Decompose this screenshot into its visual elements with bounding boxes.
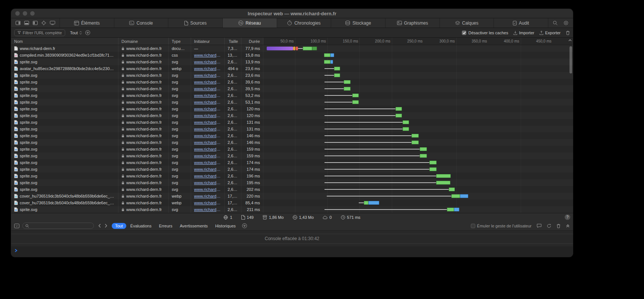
- network-row[interactable]: sprite.svgwww.richard-dern.frsvgwww.rich…: [11, 179, 573, 186]
- scrollbar-thumb[interactable]: [570, 46, 572, 73]
- tab-timelines[interactable]: Chronologies: [277, 18, 331, 28]
- network-row[interactable]: sprite.svgwww.richard-dern.frsvgwww.rich…: [11, 159, 573, 166]
- initiator-link[interactable]: www.richard-d…: [194, 60, 221, 64]
- tab-elements[interactable]: Éléments: [60, 18, 114, 28]
- network-row[interactable]: sprite.svgwww.richard-dern.frsvgwww.rich…: [11, 112, 573, 119]
- initiator-link[interactable]: www.richard-d…: [194, 187, 221, 192]
- dock-bottom-button[interactable]: [24, 21, 29, 25]
- url-filter-input[interactable]: Filtrer l'URL complète: [14, 29, 65, 36]
- network-row[interactable]: sprite.svgwww.richard-dern.frsvgwww.rich…: [11, 99, 573, 106]
- tab-network[interactable]: Réseau: [223, 18, 277, 28]
- console-filter-avertissements[interactable]: Avertissements: [177, 223, 211, 229]
- import-button[interactable]: Importer: [513, 31, 534, 35]
- device-button[interactable]: [50, 21, 55, 25]
- console-prompt-input[interactable]: [11, 246, 573, 257]
- initiator-link[interactable]: www.richard-d…: [194, 80, 221, 84]
- tab-storage[interactable]: Stockage: [331, 18, 386, 28]
- network-row[interactable]: sprite.svgwww.richard-dern.frsvgwww.rich…: [11, 139, 573, 146]
- network-row[interactable]: cover_hu736519dc3b5040cfa48b6b559b6de6ec…: [11, 193, 573, 199]
- element-picker-button[interactable]: [41, 21, 46, 25]
- clear-network-button[interactable]: [566, 31, 570, 35]
- column-header-nom[interactable]: Nom: [11, 38, 118, 45]
- initiator-link[interactable]: www.richard-d…: [194, 174, 221, 178]
- console-scope-button[interactable]: [14, 224, 19, 228]
- initiator-link[interactable]: www.richard-d…: [194, 120, 221, 125]
- zoom-button[interactable]: [30, 11, 35, 16]
- next-result-button[interactable]: [105, 224, 107, 228]
- column-header-taille[interactable]: Taille: [225, 38, 241, 45]
- network-row[interactable]: sprite.svgwww.richard-dern.frsvgwww.rich…: [11, 186, 573, 193]
- network-row[interactable]: www.richard-dern.frwww.richard-dern.frdo…: [11, 45, 573, 52]
- console-reload-button[interactable]: [547, 224, 551, 228]
- network-row[interactable]: sprite.svgwww.richard-dern.frsvgwww.rich…: [11, 126, 573, 132]
- close-button[interactable]: [15, 11, 20, 16]
- initiator-link[interactable]: www.richard-d…: [194, 133, 221, 138]
- network-row[interactable]: sprite.svgwww.richard-dern.frsvgwww.rich…: [11, 85, 573, 92]
- console-filter-erreurs[interactable]: Erreurs: [156, 223, 176, 229]
- network-row[interactable]: sprite.svgwww.richard-dern.frsvgwww.rich…: [11, 79, 573, 85]
- tab-sources[interactable]: Sources: [168, 18, 223, 28]
- filter-options-button[interactable]: [85, 30, 90, 35]
- network-row[interactable]: sprite.svgwww.richard-dern.frsvgwww.rich…: [11, 152, 573, 159]
- network-row[interactable]: cover_hu736519dc3b5040cfa48b6b559b6de6ec…: [11, 199, 573, 206]
- initiator-link[interactable]: www.richard-d…: [194, 86, 221, 91]
- initiator-link[interactable]: www.richard-d…: [194, 73, 221, 78]
- network-row[interactable]: sprite.svgwww.richard-dern.frsvgwww.rich…: [11, 132, 573, 139]
- initiator-link[interactable]: www.richard-d…: [194, 107, 221, 111]
- initiator-link[interactable]: www.richard-d…: [194, 66, 221, 71]
- network-row[interactable]: sprite.svgwww.richard-dern.frsvgwww.rich…: [11, 59, 573, 65]
- emulate-gesture-checkbox[interactable]: Émuler le geste de l'utilisateur: [471, 224, 532, 228]
- console-filter-options-button[interactable]: [242, 223, 247, 228]
- network-row[interactable]: sprite.svgwww.richard-dern.frsvgwww.rich…: [11, 166, 573, 173]
- disable-caches-checkbox[interactable]: Désactiver les caches: [462, 31, 508, 35]
- network-row[interactable]: sprite.svgwww.richard-dern.frsvgwww.rich…: [11, 92, 573, 99]
- initiator-link[interactable]: www.richard-d…: [194, 140, 221, 145]
- initiator-link[interactable]: www.richard-d…: [194, 154, 221, 158]
- console-filter-tout[interactable]: Tout: [112, 223, 126, 229]
- scroll-up-arrow[interactable]: [568, 39, 572, 41]
- column-header-domaine[interactable]: Domaine: [118, 38, 169, 45]
- initiator-link[interactable]: www.richard-d…: [194, 93, 221, 98]
- dock-left-button[interactable]: [33, 21, 38, 25]
- console-search-input[interactable]: [22, 223, 94, 229]
- initiator-link[interactable]: www.richard-d…: [194, 207, 221, 212]
- initiator-link[interactable]: www.richard-d…: [194, 201, 221, 205]
- initiator-link[interactable]: www.richard-d…: [194, 100, 221, 104]
- console-filter-historiques[interactable]: Historiques: [212, 223, 239, 229]
- initiator-link[interactable]: www.richard-d…: [194, 194, 221, 198]
- network-row[interactable]: sprite.svgwww.richard-dern.frsvgwww.rich…: [11, 72, 573, 79]
- network-row[interactable]: avatar_hu85ecc3e298728880b0bde2dcc4e5c23…: [11, 65, 573, 72]
- help-button[interactable]: ?: [565, 214, 570, 220]
- network-row[interactable]: sprite.svgwww.richard-dern.frsvgwww.rich…: [11, 173, 573, 179]
- initiator-link[interactable]: www.richard-d…: [194, 147, 221, 151]
- console-transcript-button[interactable]: [537, 224, 542, 228]
- initiator-link[interactable]: www.richard-d…: [194, 113, 221, 118]
- search-button[interactable]: [553, 21, 558, 25]
- network-row[interactable]: sprite.svgwww.richard-dern.frsvgwww.rich…: [11, 106, 573, 112]
- initiator-link[interactable]: www.richard-d…: [194, 180, 221, 185]
- settings-button[interactable]: [564, 21, 568, 25]
- tab-graphics[interactable]: Graphismes: [386, 18, 440, 28]
- initiator-link[interactable]: www.richard-d…: [194, 160, 221, 165]
- column-header-type[interactable]: Type: [169, 38, 191, 45]
- tab-audit[interactable]: Audit: [494, 18, 548, 28]
- initiator-link[interactable]: www.richard-d…: [194, 127, 221, 131]
- initiator-link[interactable]: www.richard-d…: [194, 167, 221, 171]
- column-header-initiateur[interactable]: Initiateur: [191, 38, 225, 45]
- network-row[interactable]: compiled.min.38390909f303624ed9e1cf1bd3f…: [11, 52, 573, 59]
- network-row[interactable]: sprite.svgwww.richard-dern.frsvgwww.rich…: [11, 146, 573, 152]
- export-button[interactable]: Exporter: [539, 31, 561, 35]
- network-row[interactable]: sprite.svgwww.richard-dern.frsvgwww.rich…: [11, 119, 573, 126]
- console-clear-button[interactable]: [556, 224, 561, 228]
- type-filter-dropdown[interactable]: Tout: [70, 31, 82, 35]
- network-row[interactable]: sprite.svgwww.richard-dern.frsvgwww.rich…: [11, 206, 573, 213]
- tab-layers[interactable]: Calques: [440, 18, 494, 28]
- initiator-link[interactable]: www.richard-d…: [194, 53, 221, 57]
- console-filter--valuations[interactable]: Évaluations: [127, 223, 155, 229]
- previous-result-button[interactable]: [98, 224, 101, 228]
- dock-right-button[interactable]: [16, 21, 20, 25]
- minimize-button[interactable]: [23, 11, 27, 16]
- column-header-dur-e[interactable]: Durée: [241, 38, 263, 45]
- console-expand-button[interactable]: [566, 224, 570, 228]
- tab-console[interactable]: Console: [114, 18, 169, 28]
